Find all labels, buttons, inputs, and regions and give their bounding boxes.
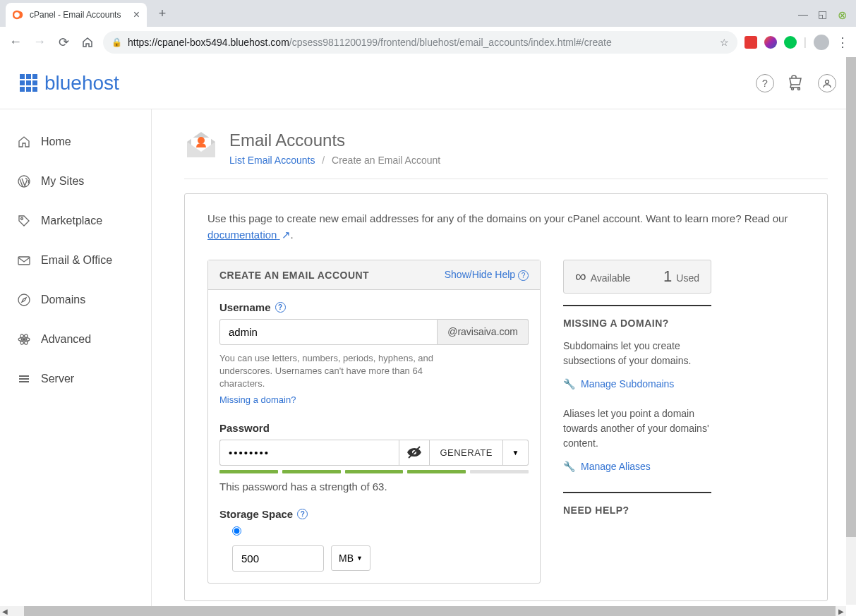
ext-separator: |: [804, 36, 807, 49]
password-input[interactable]: [219, 440, 399, 466]
manage-aliases-link[interactable]: 🔧 Manage Aliases: [563, 461, 711, 472]
instagram-ext-icon[interactable]: [764, 36, 777, 49]
horizontal-scrollbar[interactable]: ◀▶: [0, 606, 846, 616]
close-tab-icon[interactable]: ×: [133, 8, 140, 21]
external-link-icon: ↗: [282, 227, 291, 243]
sidebar-label: Marketplace: [41, 215, 102, 227]
generate-button[interactable]: GENERATE: [430, 440, 503, 466]
help-toggle[interactable]: Show/Hide Help ?: [445, 269, 529, 281]
generate-dropdown[interactable]: ▼: [503, 440, 529, 466]
subdomain-text: Subdomains let you create subsections of…: [563, 339, 711, 368]
minimize-icon[interactable]: —: [798, 8, 808, 18]
tag-icon: [17, 214, 31, 228]
svg-point-4: [18, 176, 30, 187]
logo-grid-icon: [20, 74, 37, 92]
domain-addon: @ravisaiva.com: [438, 319, 529, 345]
wrench-icon: 🔧: [563, 461, 575, 472]
profile-avatar-icon[interactable]: [814, 35, 829, 50]
main-content: Email Accounts List Email Accounts / Cre…: [152, 109, 856, 616]
svg-point-3: [826, 80, 829, 83]
cpanel-icon: [13, 9, 24, 20]
wordpress-icon: [17, 174, 31, 188]
strength-text: This password has a strength of 63.: [219, 481, 529, 493]
lock-icon: 🔒: [111, 37, 122, 47]
sidebar-item-advanced[interactable]: Advanced: [0, 320, 151, 359]
svg-point-5: [21, 218, 23, 220]
svg-point-7: [18, 294, 30, 306]
close-window-icon[interactable]: ⊗: [838, 8, 848, 18]
home-button[interactable]: [79, 34, 96, 51]
sidebar-item-email-office[interactable]: Email & Office: [0, 241, 151, 280]
menu-lines-icon: [17, 372, 31, 386]
breadcrumb: List Email Accounts / Create an Email Ac…: [229, 155, 440, 166]
url-host: https://cpanel-box5494.bluehost.com: [128, 37, 289, 48]
sidebar-label: Home: [41, 135, 71, 148]
flipboard-ext-icon[interactable]: [745, 36, 757, 49]
infinity-icon: ∞: [575, 267, 586, 286]
sidebar-item-my-sites[interactable]: My Sites: [0, 162, 151, 201]
available-label: Available: [591, 272, 631, 284]
sidebar-label: Email & Office: [41, 254, 112, 267]
help-icon[interactable]: ?: [756, 74, 774, 92]
address-bar: ← → ⟳ 🔒 https://cpanel-box5494.bluehost.…: [0, 27, 856, 57]
email-accounts-icon: [184, 131, 218, 160]
back-button[interactable]: ←: [7, 34, 24, 51]
sidebar-item-server[interactable]: Server: [0, 359, 151, 399]
forward-button[interactable]: →: [31, 34, 48, 51]
svg-point-1: [792, 87, 794, 90]
wrench-icon: 🔧: [563, 378, 575, 389]
sidebar-item-marketplace[interactable]: Marketplace: [0, 201, 151, 241]
new-tab-button[interactable]: +: [152, 4, 172, 23]
toggle-visibility-button[interactable]: [399, 440, 430, 466]
home-icon: [17, 135, 31, 149]
vertical-scrollbar[interactable]: [846, 57, 856, 605]
usage-stats: ∞ Available 1 Used: [563, 260, 711, 294]
page-header: Email Accounts List Email Accounts / Cre…: [184, 131, 828, 179]
strength-meter: [219, 470, 529, 473]
tab-bar: cPanel - Email Accounts × + — ◱ ⊗: [0, 0, 856, 27]
intro-text: Use this page to create new email addres…: [207, 211, 804, 243]
breadcrumb-link[interactable]: List Email Accounts: [229, 155, 315, 166]
help-icon: ?: [518, 270, 529, 281]
username-hint: You can use letters, numbers, periods, h…: [219, 352, 438, 406]
bookmark-icon[interactable]: ☆: [720, 37, 729, 48]
logo-text: bluehost: [44, 72, 119, 95]
reload-button[interactable]: ⟳: [55, 34, 72, 51]
used-value: 1: [663, 267, 672, 286]
missing-domain-link[interactable]: Missing a domain?: [219, 394, 438, 406]
page-title: Email Accounts: [229, 131, 440, 150]
sidebar: Home My Sites Marketplace Email & Office…: [0, 109, 152, 616]
documentation-link[interactable]: documentation ↗: [207, 229, 291, 241]
user-icon[interactable]: [818, 74, 836, 92]
sidebar-item-domains[interactable]: Domains: [0, 280, 151, 320]
breadcrumb-current: Create an Email Account: [332, 155, 440, 166]
username-input[interactable]: [219, 319, 438, 345]
cart-icon[interactable]: [787, 74, 805, 92]
svg-point-15: [198, 137, 205, 144]
grammarly-ext-icon[interactable]: [784, 36, 797, 49]
storage-unit-dropdown[interactable]: MB ▼: [331, 545, 370, 571]
svg-point-8: [23, 339, 25, 341]
alias-text: Aliases let you point a domain towards a…: [563, 406, 711, 451]
side-title: NEED HELP?: [563, 505, 711, 516]
sidebar-label: Server: [41, 373, 74, 385]
storage-fixed-radio[interactable]: [232, 526, 241, 536]
create-account-card: CREATE AN EMAIL ACCOUNT Show/Hide Help ?…: [207, 260, 541, 584]
side-title: MISSING A DOMAIN?: [563, 318, 711, 329]
browser-tab[interactable]: cPanel - Email Accounts ×: [6, 3, 147, 27]
svg-rect-6: [18, 257, 30, 265]
help-icon[interactable]: ?: [297, 509, 308, 519]
need-help-section: NEED HELP?: [563, 492, 711, 516]
menu-icon[interactable]: ⋮: [836, 35, 849, 50]
logo[interactable]: bluehost: [20, 72, 119, 95]
manage-subdomains-link[interactable]: 🔧 Manage Subdomains: [563, 378, 711, 389]
help-icon[interactable]: ?: [275, 302, 286, 313]
password-label: Password: [219, 422, 529, 434]
browser-chrome: cPanel - Email Accounts × + — ◱ ⊗ ← → ⟳ …: [0, 0, 856, 57]
sidebar-item-home[interactable]: Home: [0, 122, 151, 162]
sidebar-label: Domains: [41, 294, 85, 306]
maximize-icon[interactable]: ◱: [818, 8, 828, 18]
url-path: /cpsess9811200199/frontend/bluehost/emai…: [289, 37, 612, 48]
storage-size-input[interactable]: [232, 545, 324, 572]
url-input[interactable]: 🔒 https://cpanel-box5494.bluehost.com/cp…: [103, 31, 737, 54]
